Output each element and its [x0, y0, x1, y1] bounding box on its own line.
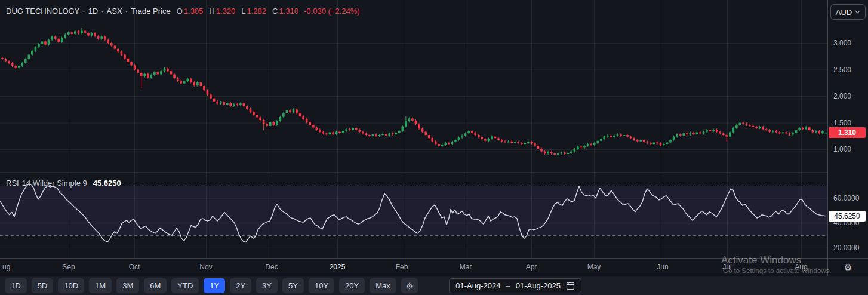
time-axis-label[interactable]: ug [2, 263, 10, 271]
time-axis-label[interactable]: Jun [657, 263, 668, 271]
range-button-ytd[interactable]: YTD [171, 278, 199, 293]
candle-body [67, 32, 70, 35]
candle-body [716, 130, 718, 132]
candle-body [365, 133, 368, 135]
separator-dot: · [125, 7, 128, 16]
candle-body [157, 72, 159, 75]
range-button-3y[interactable]: 3Y [256, 278, 278, 293]
candle-body [100, 36, 103, 39]
candle-body [193, 82, 196, 85]
candle-body [696, 133, 698, 134]
exchange-label[interactable]: ASX [107, 7, 122, 16]
rsi-title[interactable]: RSI [6, 179, 19, 188]
candle-body [173, 75, 176, 78]
candle-body [775, 131, 778, 133]
candle-body [57, 39, 60, 42]
candle-body [739, 123, 741, 125]
time-axis-label[interactable]: Apr [526, 263, 537, 271]
time-axis-label[interactable]: May [587, 263, 601, 271]
timezone-settings-icon[interactable]: ⚙ [844, 262, 852, 273]
time-axis-label[interactable]: Jul [722, 263, 731, 271]
candle-body [200, 82, 202, 86]
date-range-picker[interactable]: 01-Aug-2024 – 01-Aug-2025 [449, 278, 581, 293]
time-axis[interactable]: ugSepOctNovDec2025FebMarAprMayJunJulAug [0, 258, 827, 276]
candle-body [335, 132, 338, 134]
candle-body [342, 131, 344, 133]
axis-settings-corner: ⚙ [827, 258, 868, 276]
time-axis-label[interactable]: Aug [795, 263, 807, 271]
currency-button[interactable]: AUD [830, 4, 866, 20]
candle-body [484, 139, 487, 141]
candle-body [302, 116, 304, 119]
time-axis-label[interactable]: Dec [265, 263, 278, 271]
candle-body [471, 131, 473, 133]
rsi-chart[interactable] [0, 173, 827, 258]
candle-body [669, 140, 672, 142]
symbol-title[interactable]: DUG TECHNOLOGY [6, 7, 79, 16]
candle-body [587, 144, 589, 146]
range-button-5y[interactable]: 5Y [282, 278, 304, 293]
candle-body [818, 131, 821, 134]
candle-body [725, 135, 728, 137]
range-button-1y[interactable]: 1Y [204, 278, 225, 293]
range-button-5d[interactable]: 5D [32, 278, 54, 293]
candle-body [272, 122, 275, 125]
candle-body [722, 133, 725, 135]
candle-body [732, 128, 735, 132]
candle-body [28, 55, 30, 59]
time-axis-label[interactable]: Sep [62, 263, 75, 271]
price-axis[interactable]: AUD 3.0002.5002.0001.5001.000 1.310 60.0… [827, 0, 868, 258]
candle-body [782, 133, 784, 134]
candle-body [647, 142, 649, 143]
price-pane[interactable]: DUG TECHNOLOGY·1D·ASX·Trade PriceO1.305H… [0, 0, 827, 173]
candle-body [709, 130, 712, 131]
range-button-1m[interactable]: 1M [89, 278, 112, 293]
candle-body [445, 143, 447, 145]
candle-body [21, 63, 23, 66]
time-axis-label[interactable]: 2025 [330, 263, 346, 271]
candle-body [269, 122, 272, 126]
range-button-6m[interactable]: 6M [144, 278, 167, 293]
candle-body [408, 118, 411, 121]
candle-body [768, 130, 771, 132]
timeframe-label[interactable]: 1D [88, 7, 99, 16]
candle-body [381, 134, 384, 135]
candle-body [18, 66, 20, 68]
rsi-pane[interactable]: RSI14 Wilder Simple 945.6250 [0, 173, 827, 258]
candle-body [613, 136, 615, 137]
candle-body [375, 134, 377, 136]
close-label: C [272, 7, 278, 16]
time-axis-label[interactable]: Nov [199, 263, 212, 271]
chart-legend: DUG TECHNOLOGY·1D·ASX·Trade PriceO1.305H… [6, 7, 360, 16]
range-settings-button[interactable]: ⚙ [401, 278, 418, 293]
chart-window: DUG TECHNOLOGY·1D·ASX·Trade PriceO1.305H… [0, 0, 868, 295]
candle-body [577, 147, 579, 149]
candle-body [504, 142, 506, 143]
range-button-max[interactable]: Max [370, 278, 396, 293]
candle-body [186, 79, 189, 81]
range-button-3m[interactable]: 3M [116, 278, 139, 293]
candle-body [620, 134, 622, 136]
range-button-10y[interactable]: 10Y [309, 278, 334, 293]
time-axis-label[interactable]: Feb [396, 263, 408, 271]
candle-body [765, 129, 768, 130]
close-value: 1.310 [279, 7, 298, 16]
candlestick-chart[interactable] [0, 0, 827, 173]
candle-body [84, 31, 87, 33]
range-button-20y[interactable]: 20Y [339, 278, 365, 293]
candle-body [207, 90, 209, 94]
time-axis-label[interactable]: Oct [129, 263, 140, 271]
time-axis-label[interactable]: Mar [460, 263, 472, 271]
candle-body [762, 127, 764, 130]
candle-body [660, 143, 662, 145]
range-button-2y[interactable]: 2Y [230, 278, 251, 293]
candle-body [289, 110, 291, 112]
candle-body [441, 145, 444, 146]
range-button-10d[interactable]: 10D [58, 278, 84, 293]
candle-body [256, 115, 258, 117]
candle-body [626, 135, 629, 137]
range-button-1d[interactable]: 1D [5, 278, 27, 293]
candle-body [395, 133, 397, 134]
rsi-band [0, 186, 827, 235]
candle-body [474, 133, 476, 135]
